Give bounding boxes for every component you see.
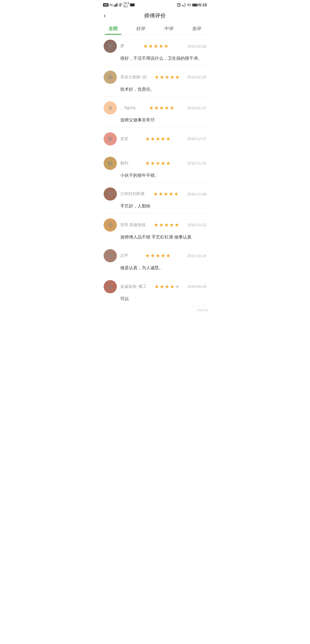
review-top: 杨 杨利 ★★★★★ 2018-11-22 xyxy=(104,157,206,170)
avatar-text: 涂 xyxy=(108,74,113,81)
star-icon: ★ xyxy=(161,160,165,166)
avatar: 发 xyxy=(104,132,117,146)
star-icon: ★ xyxy=(160,74,164,80)
review-item: 强 强哥 装修热线 ★★★★★ 2018-10-22 游师傅人品不错 手艺杠杠滴… xyxy=(99,214,211,245)
avatar-text: 强 xyxy=(108,222,113,228)
review-content: 可以 xyxy=(120,296,206,302)
review-content: 游师傅人品不错 手艺杠杠滴 做事认真 xyxy=(120,234,206,240)
review-content: 手艺好，人勤快 xyxy=(120,203,206,210)
reviewer-name: 美涂士刷新--彭 xyxy=(120,75,147,80)
tab-bar: 全部 好评 中评 差评 xyxy=(99,22,211,35)
star-icon: ★ xyxy=(166,253,170,259)
stars: ★★★★★ xyxy=(149,105,174,111)
star-icon: ★ xyxy=(175,222,179,228)
star-icon: ★ xyxy=(145,160,150,166)
header: ‹ 师傅评价 xyxy=(99,9,211,22)
star-icon: ★ xyxy=(156,136,160,142)
battery-percent: 94 xyxy=(187,3,191,7)
review-meta: 强哥 装修热线 ★★★★★ 2018-10-22 xyxy=(120,222,206,228)
svg-line-8 xyxy=(180,3,180,4)
reviewer-name: 志平 xyxy=(120,253,128,258)
stars: ★★★★★ xyxy=(145,136,170,142)
review-top: 强 强哥 装修热线 ★★★★★ 2018-10-22 xyxy=(104,218,206,232)
star-icon: ★ xyxy=(153,191,158,197)
review-item: 金 金诚装饰~董工 ★★★★★ 2018-09-29 可以 xyxy=(99,276,211,307)
page-title: 师傅评价 xyxy=(144,12,166,20)
star-icon: ★ xyxy=(156,160,160,166)
star-icon: ★ xyxy=(165,284,169,290)
star-icon: ★ xyxy=(169,191,173,197)
stars: ★★★★★ xyxy=(154,74,180,80)
star-icon: ★ xyxy=(166,160,170,166)
back-button[interactable]: ‹ xyxy=(104,12,106,20)
star-icon: ★ xyxy=(159,43,163,49)
review-item: 梦 梦 ★★★★★ 2019-02-28 很好，干活不用说什么，卫生搞的很干净。 xyxy=(99,35,211,66)
review-item: 杨 杨利 ★★★★★ 2018-11-22 小伙干的很牛不错。 xyxy=(99,152,211,183)
stars: ★★★★★ xyxy=(154,284,180,290)
review-meta: 梦 ★★★★★ 2019-02-28 xyxy=(120,43,206,49)
svg-rect-0 xyxy=(114,5,115,7)
star-icon: ★ xyxy=(143,43,148,49)
review-meta: 、Agony ★★★★★ 2019-01-07 xyxy=(120,105,206,111)
meta-row: 金诚装饰~董工 ★★★★★ 2018-09-29 xyxy=(120,284,206,290)
review-item: 发 发发 ★★★★★ 2018-12-27 xyxy=(99,128,211,152)
avatar: 金 xyxy=(104,280,117,293)
star-icon: ★ xyxy=(164,191,168,197)
avatar-text: A xyxy=(108,105,112,111)
avatar-text: 梦 xyxy=(108,43,113,50)
stars: ★★★★★ xyxy=(143,43,168,49)
star-icon: ★ xyxy=(170,105,174,111)
alarm-icon xyxy=(177,3,181,7)
signal-text: 46 xyxy=(109,3,113,7)
review-date: 2018-10-15 xyxy=(187,254,207,258)
review-content: 技术好，负责任。 xyxy=(120,86,206,93)
tab-good[interactable]: 好评 xyxy=(127,22,155,35)
meta-row: 梦 ★★★★★ 2019-02-28 xyxy=(120,43,206,49)
speed-text: 19.9K/s xyxy=(123,2,129,8)
review-date: 2019-01-07 xyxy=(187,106,206,110)
tab-medium[interactable]: 中评 xyxy=(155,22,183,35)
reviewer-name: 强哥 装修热线 xyxy=(120,222,146,228)
star-icon: ★ xyxy=(161,136,165,142)
review-date: 2018-12-27 xyxy=(187,137,207,141)
hd-badge: HD xyxy=(103,3,108,7)
review-date: 2019-02-28 xyxy=(187,44,207,49)
review-top: 发 发发 ★★★★★ 2018-12-27 xyxy=(104,132,206,146)
star-icon: ★ xyxy=(164,222,169,228)
message-icon xyxy=(130,3,135,7)
avatar: A xyxy=(104,101,117,115)
star-icon: ★ xyxy=(175,284,180,290)
stars: ★★★★★ xyxy=(153,191,179,197)
review-date: 2018-09-29 xyxy=(187,284,207,289)
stars: ★★★★★ xyxy=(145,160,170,166)
review-meta: 美涂士刷新--彭 ★★★★★ 2019-02-25 xyxy=(120,74,206,80)
star-icon: ★ xyxy=(150,253,155,259)
star-icon: ★ xyxy=(150,160,155,166)
meta-row: 志平 ★★★★★ 2018-10-15 xyxy=(120,253,206,259)
review-content: 小伙干的很牛不错。 xyxy=(120,172,206,179)
meta-row: 强哥 装修热线 ★★★★★ 2018-10-22 xyxy=(120,222,206,228)
review-top: 志 志平 ★★★★★ 2018-10-15 xyxy=(104,249,206,262)
signal-icon xyxy=(114,3,118,7)
star-icon: ★ xyxy=(164,105,169,111)
review-meta: 杨利 ★★★★★ 2018-11-22 xyxy=(120,160,206,166)
svg-line-7 xyxy=(177,3,178,4)
reviewer-name: 川华封刘荞璃 xyxy=(120,191,144,197)
star-icon: ★ xyxy=(154,222,158,228)
review-item: 川 川华封刘荞璃 ★★★★★ 2018-11-08 手艺好，人勤快 xyxy=(99,183,211,214)
star-icon: ★ xyxy=(159,222,164,228)
reviewer-name: 、Agony xyxy=(120,105,136,110)
avatar-text: 川 xyxy=(108,191,113,197)
review-item: 涂 美涂士刷新--彭 ★★★★★ 2019-02-25 技术好，负责任。 xyxy=(99,66,211,97)
star-icon: ★ xyxy=(165,74,169,80)
avatar-text: 志 xyxy=(108,252,113,259)
star-icon: ★ xyxy=(145,253,150,259)
tab-all[interactable]: 全部 xyxy=(99,22,127,35)
review-top: 梦 梦 ★★★★★ 2019-02-28 xyxy=(104,40,206,53)
status-left: HD 46 19.9K/s xyxy=(103,2,135,8)
review-meta: 金诚装饰~董工 ★★★★★ 2018-09-29 xyxy=(120,284,206,290)
review-top: 金 金诚装饰~董工 ★★★★★ 2018-09-29 xyxy=(104,280,206,293)
tab-bad[interactable]: 差评 xyxy=(183,22,211,35)
star-icon: ★ xyxy=(150,136,155,142)
star-icon: ★ xyxy=(149,105,154,111)
